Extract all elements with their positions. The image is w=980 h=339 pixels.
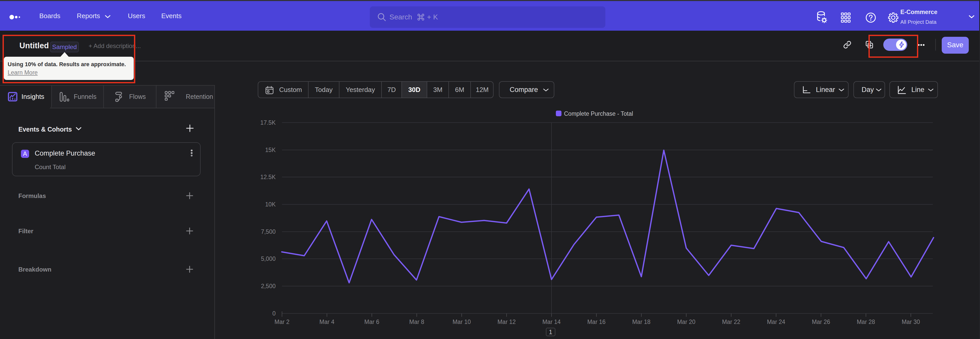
svg-text:2,500: 2,500 xyxy=(261,283,275,289)
svg-text:Mar 2: Mar 2 xyxy=(275,318,290,325)
svg-text:17.5K: 17.5K xyxy=(260,119,276,126)
svg-text:15K: 15K xyxy=(265,147,276,153)
svg-text:7,500: 7,500 xyxy=(261,229,275,235)
svg-text:Mar 20: Mar 20 xyxy=(677,318,695,325)
svg-text:Mar 10: Mar 10 xyxy=(452,318,471,325)
svg-text:Mar 16: Mar 16 xyxy=(587,318,606,325)
svg-text:Mar 4: Mar 4 xyxy=(320,318,334,325)
svg-text:Mar 14: Mar 14 xyxy=(542,318,561,325)
svg-text:Mar 24: Mar 24 xyxy=(767,318,785,325)
svg-text:Mar 30: Mar 30 xyxy=(902,318,920,325)
svg-text:Mar 12: Mar 12 xyxy=(497,318,516,325)
svg-text:0: 0 xyxy=(272,310,275,317)
svg-text:Mar 6: Mar 6 xyxy=(364,318,380,325)
svg-text:Mar 8: Mar 8 xyxy=(409,318,425,325)
svg-text:Mar 18: Mar 18 xyxy=(632,318,651,325)
svg-text:12.5K: 12.5K xyxy=(260,174,276,181)
svg-text:10K: 10K xyxy=(265,201,276,208)
svg-text:Mar 22: Mar 22 xyxy=(722,318,740,325)
svg-text:Mar 26: Mar 26 xyxy=(812,318,830,325)
svg-text:Mar 28: Mar 28 xyxy=(857,318,875,325)
svg-text:Complete Purchase - Total: Complete Purchase - Total xyxy=(564,110,633,117)
svg-text:5,000: 5,000 xyxy=(261,256,275,262)
